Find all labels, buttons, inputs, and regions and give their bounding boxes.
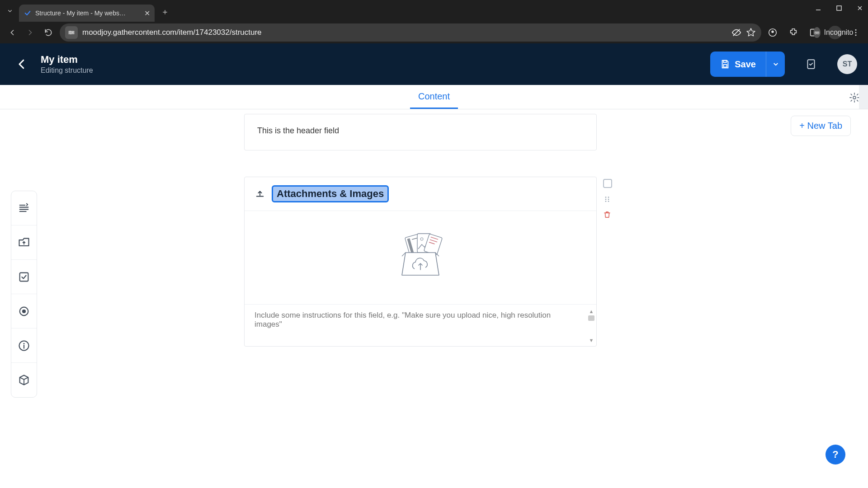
attachment-field-header: Attachments & Images — [245, 177, 596, 211]
tab-content-label: Content — [418, 91, 450, 102]
nav-forward-button[interactable] — [24, 26, 37, 39]
new-tab-label: + New Tab — [799, 121, 842, 131]
header-field-text: This is the header field — [257, 126, 339, 135]
bookmark-star-icon[interactable] — [746, 28, 756, 38]
app-header: My item Editing structure Save ST — [0, 43, 868, 85]
palette-attachment-field[interactable] — [11, 225, 37, 260]
palette-text-field[interactable] — [11, 191, 37, 225]
window-close-button[interactable] — [854, 3, 865, 14]
attachment-label-input[interactable]: Attachments & Images — [272, 185, 389, 202]
profile-icon[interactable] — [766, 26, 779, 39]
new-browser-tab-button[interactable]: ＋ — [161, 6, 169, 17]
field-side-actions — [603, 179, 612, 219]
palette-checkbox-field[interactable] — [11, 260, 37, 294]
save-button-label: Save — [735, 59, 756, 70]
svg-point-12 — [855, 29, 857, 31]
address-bar[interactable]: moodjoy.gathercontent.com/item/17423032/… — [60, 23, 761, 42]
browser-tabstrip: Structure - My item - My webs… ✕ ＋ — [0, 0, 868, 22]
svg-point-35 — [608, 197, 609, 198]
window-maximize-button[interactable] — [834, 3, 844, 14]
browser-tab-title: Structure - My item - My webs… — [35, 9, 141, 17]
instructions-scroll-thumb[interactable] — [588, 315, 594, 321]
workspace: + New Tab This is the header field Attac… — [0, 109, 868, 488]
svg-point-37 — [608, 199, 609, 200]
svg-point-34 — [605, 197, 607, 198]
svg-point-21 — [22, 309, 26, 313]
review-checklist-button[interactable] — [801, 54, 821, 74]
attachment-field-card[interactable]: Attachments & Images — [244, 177, 597, 347]
attachment-instructions-input[interactable] — [255, 311, 578, 335]
tab-content[interactable]: Content — [410, 85, 458, 109]
page-scrollbar-track[interactable] — [859, 85, 868, 109]
svg-rect-19 — [20, 272, 28, 281]
svg-point-7 — [771, 30, 774, 33]
extensions-icon[interactable] — [787, 26, 800, 39]
attachment-illustration-icon — [382, 229, 459, 283]
svg-rect-1 — [837, 6, 841, 10]
browser-menu-button[interactable] — [849, 26, 863, 39]
nav-reload-button[interactable] — [42, 26, 55, 39]
palette-radio-field[interactable] — [11, 294, 37, 328]
browser-toolbar: moodjoy.gathercontent.com/item/17423032/… — [0, 22, 868, 43]
app-back-button[interactable] — [11, 53, 33, 75]
save-button[interactable]: Save — [710, 52, 766, 77]
duplicate-field-button[interactable] — [603, 179, 612, 188]
tab-close-icon[interactable]: ✕ — [144, 9, 150, 18]
site-info-icon[interactable] — [65, 26, 78, 39]
incognito-badge[interactable]: Incognito — [828, 26, 842, 39]
help-fab[interactable]: ? — [826, 445, 845, 465]
svg-rect-16 — [724, 65, 727, 67]
instructions-scroll-up[interactable]: ▲ — [588, 308, 594, 314]
content-tabstrip: Content — [0, 85, 868, 109]
browser-tab-active[interactable]: Structure - My item - My webs… ✕ — [19, 5, 155, 22]
help-fab-label: ? — [832, 449, 838, 460]
save-dropdown-button[interactable] — [766, 52, 785, 77]
palette-guideline-field[interactable] — [11, 328, 37, 363]
incognito-icon — [813, 27, 821, 38]
page-subtitle: Editing structure — [41, 66, 702, 75]
svg-rect-15 — [724, 61, 726, 63]
svg-point-38 — [605, 201, 607, 202]
svg-point-10 — [815, 32, 816, 34]
address-url: moodjoy.gathercontent.com/item/17423032/… — [82, 28, 262, 37]
svg-point-11 — [817, 32, 819, 34]
save-icon — [720, 59, 730, 69]
attachment-instructions-wrap: ▲ ▼ — [245, 304, 596, 346]
instructions-scroll-down[interactable]: ▼ — [588, 337, 594, 343]
field-palette — [11, 191, 37, 398]
palette-component-field[interactable] — [11, 363, 37, 397]
window-minimize-button[interactable] — [813, 3, 824, 14]
nav-back-button[interactable] — [5, 26, 19, 39]
svg-point-39 — [608, 201, 609, 202]
content-column: This is the header field Attachments & I… — [244, 114, 597, 347]
page-title: My item — [41, 54, 702, 66]
svg-point-2 — [70, 31, 71, 32]
header-field-card[interactable]: This is the header field — [244, 114, 597, 150]
new-tab-button[interactable]: + New Tab — [791, 116, 851, 136]
drag-handle-icon[interactable] — [603, 195, 612, 203]
svg-point-13 — [855, 32, 857, 33]
attachment-dropzone[interactable] — [245, 211, 596, 304]
avatar[interactable]: ST — [837, 54, 857, 74]
upload-icon — [255, 188, 265, 199]
svg-point-4 — [71, 33, 71, 34]
svg-point-14 — [855, 34, 857, 36]
avatar-initials: ST — [843, 60, 852, 68]
favicon-icon — [24, 9, 32, 17]
svg-point-18 — [853, 96, 856, 99]
svg-point-3 — [72, 32, 73, 33]
eye-off-icon[interactable] — [731, 28, 741, 38]
delete-field-button[interactable] — [603, 211, 612, 219]
tab-search-dropdown[interactable] — [4, 5, 16, 17]
svg-point-36 — [605, 199, 607, 200]
